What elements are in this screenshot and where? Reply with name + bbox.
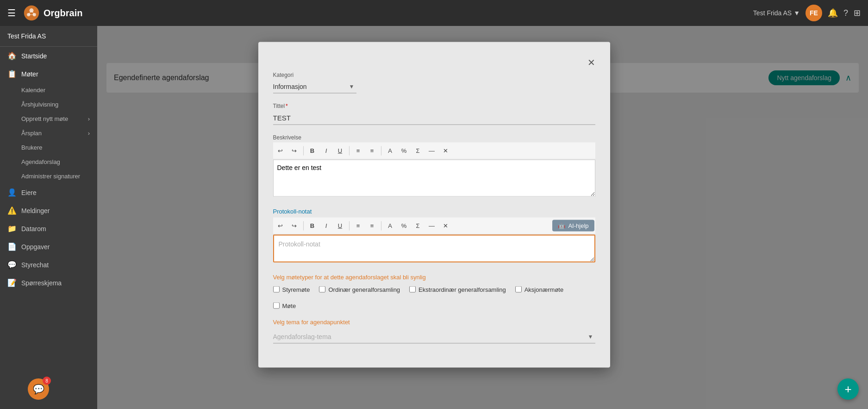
- sidebar-item-datarom[interactable]: 📁 Datarom: [0, 220, 97, 238]
- bold-btn-desc[interactable]: B: [306, 144, 319, 157]
- beskrivelse-group: Beskrivelse ↩ ↪ B I U ≡ ≡ A % Σ — ✕ Dett…: [273, 134, 595, 198]
- checkbox-ekstraordinaer[interactable]: Ekstraordinær generalforsamling: [409, 286, 506, 293]
- sidebar-sub-kalender[interactable]: Kalender: [0, 83, 97, 97]
- ol-btn-proto[interactable]: ≡: [366, 219, 379, 232]
- avatar[interactable]: FE: [806, 5, 822, 21]
- sidebar-item-styrechat[interactable]: 💬 Styrechat: [0, 256, 97, 274]
- svg-point-0: [24, 6, 39, 20]
- theme-select[interactable]: Agendaforslag-tema: [273, 330, 595, 343]
- checkbox-ekstraordinaer-input[interactable]: [409, 286, 416, 293]
- formula-btn-proto[interactable]: Σ: [412, 219, 425, 232]
- underline-btn-proto[interactable]: U: [334, 219, 347, 232]
- sep6: [381, 221, 381, 230]
- company-arrow-icon: ▼: [793, 9, 800, 17]
- company-selector[interactable]: Test Frida AS ▼: [753, 9, 800, 17]
- checkbox-ordinaer-input[interactable]: [319, 286, 325, 293]
- sidebar-label-oppgaver: Oppgaver: [21, 243, 50, 251]
- company-name: Test Frida AS: [753, 9, 792, 17]
- ai-icon: 🤖: [558, 222, 565, 229]
- alert-icon: ⚠️: [7, 206, 17, 215]
- checkbox-aksjonaermote-label: Aksjonærmøte: [525, 286, 564, 293]
- color-btn-desc[interactable]: A: [384, 144, 397, 157]
- sidebar-sub-opprett-label: Opprett nytt møte: [21, 115, 68, 122]
- checkbox-styremote-input[interactable]: [273, 286, 280, 293]
- beskrivelse-toolbar: ↩ ↪ B I U ≡ ≡ A % Σ — ✕: [273, 142, 595, 159]
- sidebar-sub-signaturer[interactable]: Administrer signaturer: [0, 169, 97, 183]
- sidebar-item-startside[interactable]: 🏠 Startside: [0, 47, 97, 65]
- sep4: [303, 221, 304, 230]
- formula-btn-desc[interactable]: Σ: [412, 144, 425, 157]
- notification-icon[interactable]: 🔔: [828, 8, 838, 18]
- checkbox-mote[interactable]: Møte: [273, 302, 296, 309]
- beskrivelse-label: Beskrivelse: [273, 134, 595, 140]
- italic-btn-proto[interactable]: I: [320, 219, 333, 232]
- sub-arsplan-arrow-icon: ›: [88, 130, 90, 137]
- color-btn-proto[interactable]: A: [384, 219, 397, 232]
- sidebar-item-sporreskjema[interactable]: 📝 Spørreskjema: [0, 274, 97, 292]
- hr-btn-proto[interactable]: —: [425, 219, 438, 232]
- modal: ✕ Kategori Informasjon Beslutning Orient…: [258, 42, 610, 367]
- meeting-types-row: Styremøte Ordinær generalforsamling Ekst…: [273, 286, 595, 309]
- sidebar-item-moter[interactable]: 📋 Møter: [0, 65, 97, 83]
- checkbox-ordinaer[interactable]: Ordinær generalforsamling: [319, 286, 400, 293]
- ul-btn-desc[interactable]: ≡: [352, 144, 365, 157]
- ai-help-button[interactable]: 🤖 AI-hjelp: [552, 220, 594, 232]
- link-btn-desc[interactable]: %: [398, 144, 411, 157]
- home-icon: 🏠: [7, 51, 17, 60]
- sep1: [303, 146, 304, 155]
- checkbox-ekstraordinaer-label: Ekstraordinær generalforsamling: [418, 286, 506, 293]
- theme-arrow-icon: ▼: [588, 333, 593, 340]
- fab-button[interactable]: +: [837, 378, 859, 400]
- kategori-select-wrapper: Informasjon Beslutning Orientering ▼: [273, 80, 356, 93]
- checkbox-aksjonaermote-input[interactable]: [515, 286, 522, 293]
- grid-icon[interactable]: ⊞: [854, 8, 861, 18]
- undo-btn-proto[interactable]: ↩: [274, 219, 287, 232]
- hamburger-icon[interactable]: ☰: [7, 7, 16, 19]
- modal-close-row: ✕: [273, 57, 595, 68]
- italic-btn-desc[interactable]: I: [320, 144, 333, 157]
- theme-select-wrapper: Agendaforslag-tema ▼: [273, 330, 595, 343]
- sidebar-item-oppgaver[interactable]: 📄 Oppgaver: [0, 238, 97, 256]
- sep3: [381, 146, 381, 155]
- underline-btn-desc[interactable]: U: [334, 144, 347, 157]
- topbar-left: ☰ Orgbrain: [7, 5, 82, 21]
- checkbox-aksjonaermote[interactable]: Aksjonærmøte: [515, 286, 564, 293]
- sidebar-sub-opprett[interactable]: Opprett nytt møte ›: [0, 112, 97, 126]
- chat-bubble[interactable]: 💬 8: [28, 378, 49, 400]
- clear-btn-proto[interactable]: ✕: [439, 219, 452, 232]
- undo-btn-desc[interactable]: ↩: [274, 144, 287, 157]
- protokoll-toolbar-left: ↩ ↪ B I U ≡ ≡ A % Σ — ✕: [274, 219, 452, 232]
- sidebar-org-name: Test Frida AS: [0, 26, 97, 47]
- sidebar-label-startside: Startside: [21, 52, 47, 60]
- protokoll-group: Protokoll-notat ↩ ↪ B I U ≡ ≡ A % Σ —: [273, 208, 595, 264]
- beskrivelse-editor[interactable]: Dette er en test: [273, 159, 595, 196]
- sub-arrow-icon: ›: [88, 115, 90, 122]
- sidebar-item-eiere[interactable]: 👤 Eiere: [0, 183, 97, 201]
- hr-btn-desc[interactable]: —: [425, 144, 438, 157]
- kategori-select[interactable]: Informasjon Beslutning Orientering: [273, 80, 356, 93]
- sidebar-sub-arsplan-label: Årsplan: [21, 130, 42, 137]
- sidebar: Test Frida AS 🏠 Startside 📋 Møter Kalend…: [0, 26, 97, 409]
- people-icon: 👤: [7, 188, 17, 197]
- sidebar-sub-agendaforslag[interactable]: Agendaforslag: [0, 155, 97, 169]
- protokoll-editor[interactable]: [273, 234, 595, 262]
- tittel-input[interactable]: [273, 111, 595, 125]
- ul-btn-proto[interactable]: ≡: [352, 219, 365, 232]
- modal-close-button[interactable]: ✕: [587, 57, 595, 68]
- link-btn-proto[interactable]: %: [398, 219, 411, 232]
- redo-btn-desc[interactable]: ↪: [288, 144, 301, 157]
- sidebar-sub-brukere[interactable]: Brukere: [0, 140, 97, 155]
- chat-icon: 💬: [7, 260, 17, 269]
- bold-btn-proto[interactable]: B: [306, 219, 319, 232]
- redo-btn-proto[interactable]: ↪: [288, 219, 301, 232]
- sidebar-sub-arsplan[interactable]: Årsplan ›: [0, 126, 97, 140]
- checkbox-styremote[interactable]: Styremøte: [273, 286, 310, 293]
- logo-text: Orgbrain: [44, 8, 82, 19]
- sidebar-item-meldinger[interactable]: ⚠️ Meldinger: [0, 201, 97, 220]
- clear-btn-desc[interactable]: ✕: [439, 144, 452, 157]
- checkbox-mote-input[interactable]: [273, 302, 280, 309]
- help-icon[interactable]: ?: [843, 8, 848, 18]
- ai-help-label: AI-hjelp: [568, 222, 588, 229]
- sidebar-sub-arshjul[interactable]: Årshjulvisning: [0, 97, 97, 112]
- ol-btn-desc[interactable]: ≡: [366, 144, 379, 157]
